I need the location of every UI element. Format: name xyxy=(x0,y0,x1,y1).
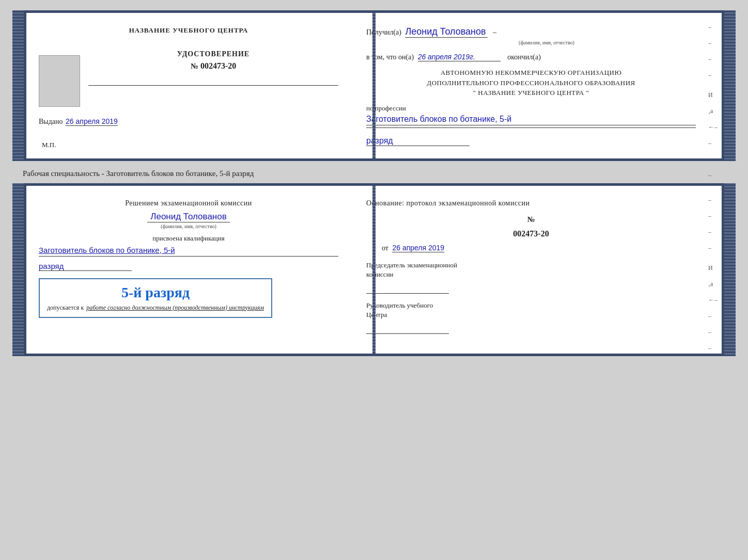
vydano-date: 26 апреля 2019 xyxy=(66,117,118,126)
predsedatel-sig-line xyxy=(366,283,449,294)
dash-after-name: – xyxy=(493,28,496,36)
resheniem-title: Решением экзаменационной комиссии xyxy=(39,199,338,207)
photo-placeholder xyxy=(39,55,80,107)
specialty-label: Рабочая специальность - Заготовитель бло… xyxy=(23,169,736,178)
margin-dash-7: ←– xyxy=(708,123,718,131)
bottom-margin-dash-9: – xyxy=(708,328,718,336)
margin-dash-3: – xyxy=(708,55,718,63)
bottom-cert-right: – – – – И ‚а ←– – – – Основание: протоко… xyxy=(351,186,722,354)
poluchil-prefix: Получил(а) xyxy=(366,28,401,36)
vydano-prefix: Выдано xyxy=(39,118,63,125)
vtom-date: 26 апреля 2019г. xyxy=(418,53,501,61)
top-cert-right: – – – – И ‚а ←– – – – Получил(а) Леонид … xyxy=(351,13,722,158)
ot-date: 26 апреля 2019 xyxy=(392,244,444,252)
margin-dash-1: – xyxy=(708,23,718,31)
fio-label-bottom: (фамилия, имя, отчество) xyxy=(39,223,338,229)
dopuskaetsya-prefix: допускается к xyxy=(47,304,84,311)
protocol-no: 002473-20 xyxy=(366,229,696,238)
predsedatel-line2: комиссии xyxy=(366,270,394,278)
rukovoditel-block: Руководитель учебного Центра xyxy=(366,301,696,334)
rukovoditel-line1: Руководитель учебного xyxy=(366,301,433,309)
udostoverenie-label: УДОСТОВЕРЕНИЕ xyxy=(88,50,338,58)
bottom-margin-dash-8: – xyxy=(708,312,718,320)
recipient-name-top: Леонид Толованов xyxy=(405,26,488,38)
qualification-bottom: Заготовитель блоков по ботанике, 5-й xyxy=(39,246,338,254)
bottom-margin-dash-4: – xyxy=(708,244,718,252)
margin-dash-2: – xyxy=(708,39,718,47)
margin-dash-6: ‚а xyxy=(708,107,718,115)
rukovoditel-line2: Центра xyxy=(366,311,387,318)
predsedatel-line1: Председатель экзаменационной xyxy=(366,261,457,269)
okonchil-label: окончил(а) xyxy=(507,53,541,61)
fio-label-top: (фамилия, имя, отчество) xyxy=(397,40,696,45)
margin-dash-8: – xyxy=(708,139,718,147)
bottom-margin-dash-3: – xyxy=(708,228,718,236)
top-cert-left: НАЗВАНИЕ УЧЕБНОГО ЦЕНТРА УДОСТОВЕРЕНИЕ №… xyxy=(26,13,351,158)
dopuskaetsya-italic: работе согласно должностным (производств… xyxy=(86,304,264,311)
no-label-top: № xyxy=(191,62,198,70)
ot-line: от 26 апреля 2019 xyxy=(382,244,696,252)
bottom-cert-left: Решением экзаменационной комиссии Леонид… xyxy=(26,186,351,354)
margin-dash-9: – xyxy=(708,155,718,163)
cert-number-top: 002473-20 xyxy=(200,61,236,70)
margin-dash-10: – xyxy=(708,171,718,179)
no-label-bottom: № xyxy=(527,215,535,223)
recipient-name-bottom: Леонид Толованов xyxy=(147,212,230,222)
razryad-top: разряд xyxy=(366,136,470,146)
stamp-grade: 5-й разряд xyxy=(47,284,264,301)
mp-label: М.П. xyxy=(42,141,56,149)
org-block: АВТОНОМНУЮ НЕКОММЕРЧЕСКУЮ ОРГАНИЗАЦИЮ ДО… xyxy=(366,68,696,98)
bottom-margin-dash-7: ←– xyxy=(708,296,718,304)
bottom-margin-dash-10: – xyxy=(708,344,718,352)
bottom-margin-dash-5: И xyxy=(708,264,718,272)
bottom-margin-dash-6: ‚а xyxy=(708,280,718,288)
training-center-title: НАЗВАНИЕ УЧЕБНОГО ЦЕНТРА xyxy=(39,26,338,35)
margin-dash-4: – xyxy=(708,71,718,79)
prisvoena-line: присвоена квалификация xyxy=(39,234,338,243)
margin-dash-5: И xyxy=(708,91,718,99)
bottom-margin-dash-2: – xyxy=(708,212,718,220)
profession-top: Заготовитель блоков по ботанике, 5-й xyxy=(366,115,696,125)
bottom-margin-dash-1: – xyxy=(708,196,718,204)
razryad-bottom: разряд xyxy=(39,262,132,271)
rukovoditel-sig-line xyxy=(366,324,449,334)
osnovanie-title: Основание: протокол экзаменационной коми… xyxy=(366,199,696,207)
predsedatel-block: Председатель экзаменационной комиссии xyxy=(366,261,696,294)
